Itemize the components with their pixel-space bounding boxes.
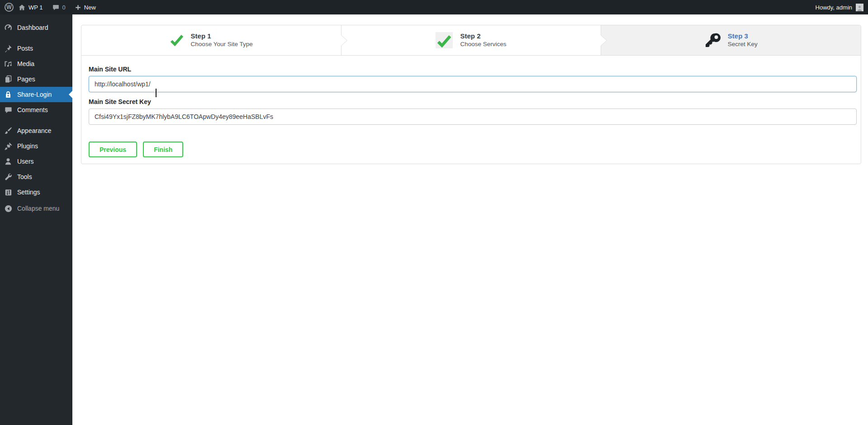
sidebar-item-label: Media — [17, 60, 34, 67]
howdy-text[interactable]: Howdy, admin — [816, 4, 852, 11]
main-site-url-label: Main Site URL — [89, 66, 854, 73]
secret-key-form: Main Site URL Main Site Secret Key Previ… — [81, 56, 861, 157]
pages-icon — [4, 75, 13, 84]
admin-bar-new-label: New — [84, 4, 96, 11]
sidebar-item-label: Plugins — [17, 142, 38, 150]
admin-bar-comment-count: 0 — [62, 4, 66, 11]
media-note-icon — [4, 59, 13, 68]
sidebar-item-label: Posts — [17, 45, 33, 52]
sidebar-item-pages[interactable]: Pages — [0, 71, 72, 87]
main-site-secret-key-input[interactable] — [89, 109, 857, 125]
finish-button[interactable]: Finish — [143, 142, 183, 157]
admin-bar-site-name: WP 1 — [28, 4, 43, 11]
step-divider-chevron — [341, 25, 348, 56]
green-check-icon — [170, 34, 184, 46]
admin-bar-site-link[interactable]: WP 1 — [14, 0, 47, 14]
sidebar-item-label: Comments — [17, 106, 48, 113]
sidebar-item-label: Share-Login — [17, 91, 52, 98]
home-icon — [18, 4, 26, 11]
wizard-step-1: Step 1 Choose Your Site Type — [81, 25, 341, 55]
setup-wizard-panel: Step 1 Choose Your Site Type Step 2 Choo… — [81, 25, 861, 164]
step-title: Step 1 — [191, 32, 253, 41]
collapse-arrow-icon — [4, 204, 13, 213]
step-divider-chevron — [601, 25, 608, 56]
sidebar-separator — [0, 35, 72, 41]
admin-bar: W WP 1 0 New Howdy, admin — [0, 0, 868, 14]
step-subtitle: Secret Key — [728, 41, 758, 48]
main-site-secret-key-label: Main Site Secret Key — [89, 98, 854, 105]
comment-bubble-icon — [4, 105, 13, 114]
sidebar-separator — [0, 118, 72, 123]
sidebar-item-dashboard[interactable]: Dashboard — [0, 20, 72, 35]
sidebar-item-label: Settings — [17, 189, 40, 196]
plus-icon — [75, 4, 81, 11]
step-title: Step 3 — [728, 32, 758, 41]
step-title: Step 2 — [460, 32, 506, 41]
sidebar-item-users[interactable]: Users — [0, 154, 72, 169]
comment-bubble-icon — [52, 4, 60, 11]
wrench-icon — [4, 172, 13, 181]
dashboard-gauge-icon — [4, 23, 13, 32]
lock-icon — [4, 90, 13, 99]
step-subtitle: Choose Your Site Type — [191, 41, 253, 48]
wizard-steps-header: Step 1 Choose Your Site Type Step 2 Choo… — [81, 25, 861, 56]
sidebar-item-comments[interactable]: Comments — [0, 102, 72, 118]
sidebar-item-media[interactable]: Media — [0, 56, 72, 71]
main-site-url-input[interactable] — [89, 76, 857, 92]
person-icon — [4, 157, 13, 166]
sidebar-item-settings[interactable]: Settings — [0, 184, 72, 200]
sidebar-item-posts[interactable]: Posts — [0, 41, 72, 56]
key-icon — [704, 32, 721, 48]
sidebar-item-label: Collapse menu — [17, 205, 59, 212]
sidebar-item-label: Pages — [17, 76, 35, 83]
sidebar-item-label: Tools — [17, 173, 32, 180]
admin-bar-comments[interactable]: 0 — [47, 0, 70, 14]
admin-bar-new-button[interactable]: New — [70, 0, 100, 14]
admin-sidebar: Dashboard Posts Media Pages Share-Login … — [0, 14, 72, 425]
previous-button[interactable]: Previous — [89, 142, 137, 157]
sliders-icon — [4, 188, 13, 197]
main-content: Step 1 Choose Your Site Type Step 2 Choo… — [72, 14, 868, 425]
sidebar-item-tools[interactable]: Tools — [0, 169, 72, 184]
brush-icon — [4, 126, 13, 135]
sidebar-item-label: Appearance — [17, 127, 52, 134]
wordpress-logo-icon[interactable]: W — [5, 3, 14, 12]
avatar[interactable] — [856, 4, 863, 11]
wizard-buttons: Previous Finish — [89, 142, 854, 157]
green-check-icon — [436, 32, 453, 48]
step-subtitle: Choose Services — [460, 41, 506, 48]
pushpin-icon — [4, 44, 13, 53]
wizard-step-3: Step 3 Secret Key — [601, 25, 861, 55]
sidebar-item-share-login[interactable]: Share-Login — [0, 87, 72, 102]
sidebar-item-label: Users — [17, 158, 34, 165]
plug-icon — [4, 142, 13, 151]
sidebar-collapse-menu[interactable]: Collapse menu — [0, 201, 72, 216]
wizard-step-2: Step 2 Choose Services — [341, 25, 601, 55]
sidebar-item-appearance[interactable]: Appearance — [0, 123, 72, 138]
sidebar-item-label: Dashboard — [17, 24, 48, 31]
text-cursor — [156, 89, 157, 97]
sidebar-item-plugins[interactable]: Plugins — [0, 138, 72, 154]
